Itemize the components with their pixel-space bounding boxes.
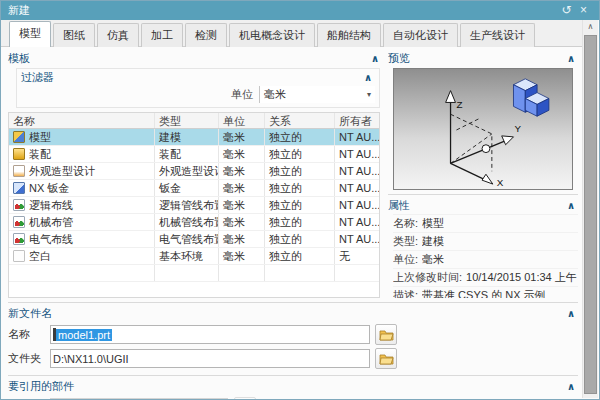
- template-name-cell: 机械布管: [9, 214, 155, 230]
- template-table-header[interactable]: 名称 类型 单位 关系 所有者: [9, 113, 379, 129]
- template-row[interactable]: 模型 建模 毫米 独立的 NT AU...: [9, 129, 379, 146]
- collapse-icon[interactable]: ∧: [361, 72, 375, 83]
- units-label: 单位: [231, 87, 253, 102]
- property-label: 单位:: [393, 252, 418, 267]
- tab[interactable]: 自动化设计: [383, 23, 458, 47]
- template-icon: [13, 131, 25, 143]
- new-file-name-title: 新文件名: [8, 306, 564, 321]
- tab[interactable]: 仿真: [97, 23, 139, 47]
- tab[interactable]: 检测: [185, 23, 227, 47]
- collapse-icon[interactable]: ∧: [368, 53, 382, 64]
- template-relationship: 独立的: [265, 180, 335, 196]
- collapse-icon[interactable]: ∧: [564, 381, 578, 392]
- axis-label-x: X: [497, 177, 504, 188]
- scrollbar-thumb[interactable]: [584, 35, 597, 394]
- column-header-relationship[interactable]: 关系: [265, 113, 335, 128]
- template-row[interactable]: 机械布管 机械管线布置 毫米 独立的 NT AU...: [9, 214, 379, 231]
- folder-path-input[interactable]: D:\NX11.0\UGII: [50, 349, 370, 368]
- template-icon: [13, 148, 25, 160]
- dialog-body: 模板 ∧ 过滤器 ∧ 单位 毫米 ▾: [1, 48, 582, 399]
- properties-section-header[interactable]: 属性 ∧: [388, 197, 578, 214]
- tab[interactable]: 船舶结构: [317, 23, 381, 47]
- browse-file-button[interactable]: [375, 324, 397, 345]
- axis-label-z: Z: [456, 99, 462, 110]
- column-header-type[interactable]: 类型: [155, 113, 219, 128]
- preview-section-header[interactable]: 预览 ∧: [388, 50, 578, 67]
- tab-label: 自动化设计: [393, 29, 448, 41]
- template-units: 毫米: [219, 248, 265, 264]
- template-type: 机械管线布置: [155, 214, 219, 230]
- property-value: 毫米: [422, 252, 444, 267]
- template-units: 毫米: [219, 163, 265, 179]
- template-name: 逻辑布线: [29, 197, 73, 213]
- template-table-rows: 模型 建模 毫米 独立的 NT AU... 装配 装配 毫米 独立的 NT AU…: [9, 129, 379, 265]
- property-row: 单位: 毫米: [393, 250, 578, 268]
- collapse-icon[interactable]: ∧: [564, 53, 578, 64]
- column-header-units[interactable]: 单位: [219, 113, 265, 128]
- file-name-value: model1.prt: [56, 329, 112, 341]
- template-icon: [13, 216, 25, 228]
- template-units: 毫米: [219, 129, 265, 145]
- reference-name-input: [50, 398, 228, 399]
- tab[interactable]: 加工: [141, 23, 183, 47]
- folder-icon: [379, 353, 394, 365]
- template-owner: NT AU...: [335, 197, 379, 213]
- new-file-name-section: 新文件名 ∧ 名称 model1.prt 文件夹 D:\NX11.0\: [8, 305, 578, 371]
- template-type: 电气管线布置: [155, 231, 219, 247]
- column-header-owner[interactable]: 所有者: [335, 113, 379, 128]
- dialog-title: 新建: [8, 3, 558, 18]
- template-row[interactable]: 电气布线 电气管线布置 毫米 独立的 NT AU...: [9, 231, 379, 248]
- units-dropdown-value: 毫米: [264, 87, 367, 102]
- template-units: 毫米: [219, 197, 265, 213]
- template-row[interactable]: 逻辑布线 逻辑管线布置 毫米 独立的 NT AU...: [9, 197, 379, 214]
- dialog-titlebar[interactable]: 新建 ↺ ×: [1, 1, 599, 20]
- new-file-name-header[interactable]: 新文件名 ∧: [8, 305, 578, 322]
- property-value: 10/14/2015 01:34 上午: [466, 270, 577, 285]
- file-name-input[interactable]: model1.prt: [50, 325, 370, 344]
- chevron-down-icon: ▾: [367, 90, 371, 99]
- property-row: 类型: 建模: [393, 232, 578, 250]
- template-icon: [13, 250, 25, 262]
- reference-part-header[interactable]: 要引用的部件 ∧: [8, 378, 578, 395]
- property-row: 上次修改时间: 10/14/2015 01:34 上午: [393, 268, 578, 286]
- template-name-cell: 空白: [9, 248, 155, 264]
- tab[interactable]: 图纸: [53, 23, 95, 47]
- tab[interactable]: 模型: [9, 21, 51, 47]
- close-icon[interactable]: ×: [575, 2, 592, 19]
- template-relationship: 独立的: [265, 163, 335, 179]
- vertical-scrollbar[interactable]: ∧: [582, 20, 598, 398]
- template-icon: [13, 182, 25, 194]
- property-label: 类型:: [393, 234, 418, 249]
- section-divider: [388, 194, 578, 195]
- template-row[interactable]: 空白 基本环境 毫米 独立的 无: [9, 248, 379, 265]
- templates-section-header[interactable]: 模板 ∧: [8, 50, 382, 67]
- property-value: 模型: [422, 216, 444, 231]
- template-name-cell: NX 钣金: [9, 180, 155, 196]
- property-label: 名称:: [393, 216, 418, 231]
- template-type: 钣金: [155, 180, 219, 196]
- empty-row: [9, 265, 379, 282]
- collapse-icon[interactable]: ∧: [564, 200, 578, 211]
- preview-image: Z Y X: [393, 68, 573, 190]
- reset-icon[interactable]: ↺: [558, 2, 575, 19]
- tab[interactable]: 机电概念设计: [229, 23, 315, 47]
- units-dropdown[interactable]: 毫米 ▾: [259, 86, 375, 103]
- template-units: 毫米: [219, 146, 265, 162]
- scroll-up-icon[interactable]: ∧: [583, 20, 598, 34]
- template-type: 基本环境: [155, 248, 219, 264]
- template-relationship: 独立的: [265, 129, 335, 145]
- tab-bar: 模型 图纸 仿真 加工 检测 机电概念设计 船舶结构 自动化设计 生产线设计: [1, 20, 582, 47]
- column-header-name[interactable]: 名称: [9, 113, 155, 128]
- template-type: 逻辑管线布置: [155, 197, 219, 213]
- property-label: 描述:: [393, 288, 418, 298]
- collapse-icon[interactable]: ∧: [564, 308, 578, 319]
- template-icon: [13, 233, 25, 245]
- template-row[interactable]: 外观造型设计 外观造型设计 毫米 独立的 NT AU...: [9, 163, 379, 180]
- browse-folder-button[interactable]: [375, 348, 397, 369]
- tab-label: 加工: [151, 29, 173, 41]
- tab[interactable]: 生产线设计: [460, 23, 535, 47]
- preview-properties-panel: 预览 ∧: [388, 50, 578, 298]
- template-row[interactable]: NX 钣金 钣金 毫米 独立的 NT AU...: [9, 180, 379, 197]
- section-divider: [8, 302, 578, 303]
- template-row[interactable]: 装配 装配 毫米 独立的 NT AU...: [9, 146, 379, 163]
